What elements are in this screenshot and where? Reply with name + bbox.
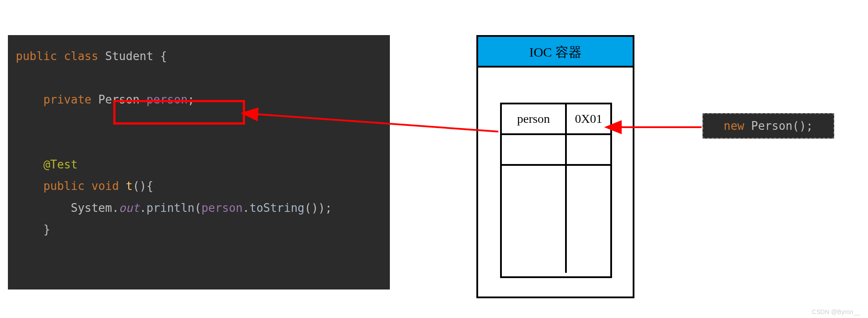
- field-type: Person: [98, 93, 140, 106]
- ioc-title: IOC 容器: [478, 37, 633, 68]
- paren-empty: (): [133, 179, 146, 193]
- cell-key-empty: [502, 135, 567, 164]
- snippet-tail: ();: [792, 119, 813, 132]
- table-row: person 0X01: [502, 104, 610, 135]
- col-r-empty: [567, 166, 610, 273]
- kw-private: private: [43, 93, 92, 106]
- class-name: Student: [105, 50, 154, 63]
- ioc-table: person 0X01: [500, 103, 612, 278]
- ioc-container: IOC 容器 person 0X01: [476, 35, 634, 298]
- dot1: .: [112, 201, 119, 214]
- brace-open: {: [160, 50, 167, 63]
- snippet-type: Person: [751, 119, 792, 132]
- cell-val: 0X01: [567, 104, 610, 133]
- out: out: [119, 201, 140, 214]
- dot3: .: [243, 201, 250, 214]
- kw-class: class: [64, 50, 98, 63]
- col-l-empty: [502, 166, 567, 273]
- watermark: CSDN @Byron__: [812, 308, 860, 315]
- cell-val-empty: [567, 135, 610, 164]
- table-rest: [502, 166, 610, 273]
- cell-key: person: [502, 104, 567, 133]
- field-name: person: [146, 93, 187, 106]
- kw-public: public: [16, 50, 57, 63]
- kw-public2: public: [43, 179, 85, 193]
- kw-void: void: [91, 179, 119, 193]
- semicolon: ;: [187, 93, 194, 106]
- code-editor: public class Student { private Person pe…: [8, 35, 390, 289]
- table-row: [502, 135, 610, 166]
- ioc-body: person 0X01: [478, 68, 633, 295]
- arg-open: (: [194, 201, 202, 214]
- fn-name: t: [126, 179, 133, 193]
- arg-tostring: toString: [249, 201, 304, 214]
- annotation-test: @Test: [43, 158, 78, 171]
- kw-new: new: [724, 119, 744, 132]
- arg-close: ());: [304, 201, 332, 214]
- arg-person: person: [202, 201, 243, 214]
- new-person-snippet: new Person();: [702, 113, 834, 139]
- brace-close2: }: [43, 223, 50, 236]
- dot2: .: [140, 201, 147, 214]
- sys: System: [71, 201, 112, 214]
- println: println: [146, 201, 194, 214]
- brace-open2: {: [146, 179, 153, 193]
